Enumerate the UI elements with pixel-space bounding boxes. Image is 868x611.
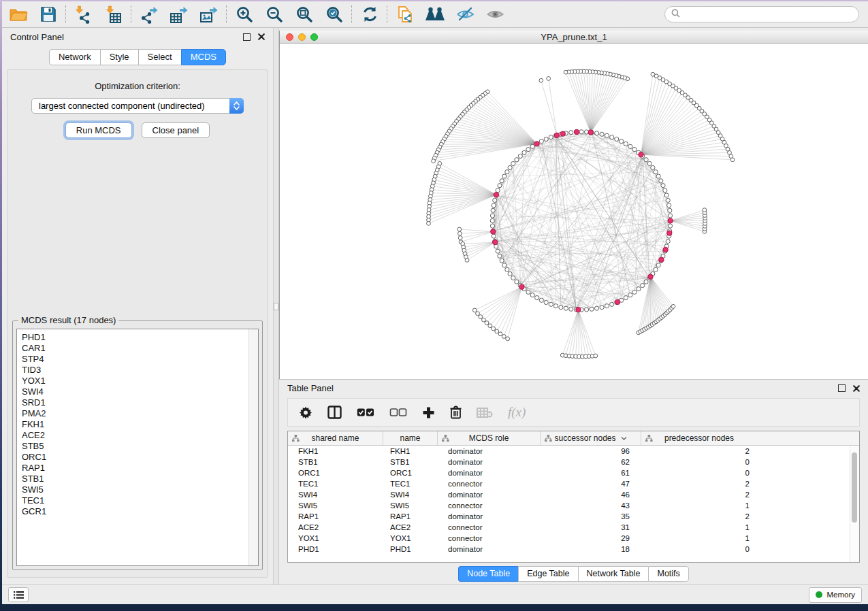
table-scrollbar[interactable] <box>850 446 859 562</box>
table-row[interactable]: FKH1FKH1dominator962 <box>288 446 859 457</box>
open-session-icon[interactable] <box>7 4 29 24</box>
column-header-predecessor-nodes[interactable]: predecessor nodes <box>641 431 757 445</box>
run-mcds-button[interactable]: Run MCDS <box>65 122 132 138</box>
tab-node-table[interactable]: Node Table <box>458 566 518 582</box>
show-columns-icon[interactable] <box>327 406 342 419</box>
result-list-item[interactable]: SRD1 <box>22 397 248 408</box>
export-network-icon[interactable] <box>138 4 160 24</box>
task-history-button[interactable] <box>8 587 29 602</box>
result-list-item[interactable]: PMA2 <box>22 408 248 419</box>
result-list-item[interactable]: YOX1 <box>22 376 248 386</box>
table-cell: 46 <box>541 489 641 500</box>
table-panel-title: Table Panel <box>287 383 334 393</box>
show-all-icon[interactable] <box>484 4 506 24</box>
table-row[interactable]: RAP1RAP1dominator352 <box>288 511 859 522</box>
table-tabs: Node TableEdge TableNetwork TableMotifs <box>279 563 868 584</box>
result-list-item[interactable]: GCR1 <box>22 506 248 517</box>
criterion-select[interactable]: largest connected component (undirected) <box>31 98 244 114</box>
apply-layout-icon[interactable] <box>359 4 381 24</box>
table-row[interactable]: YOX1YOX1connector291 <box>288 533 859 544</box>
select-all-icon[interactable] <box>357 408 374 417</box>
window-minimize-icon[interactable] <box>298 33 306 41</box>
result-list-item[interactable]: STB5 <box>22 441 248 452</box>
network-canvas[interactable] <box>280 44 868 379</box>
search-input[interactable] <box>684 9 852 20</box>
tab-network[interactable]: Network <box>49 49 100 65</box>
result-list-scrollbar[interactable] <box>248 329 258 565</box>
result-list-item[interactable]: SWI5 <box>22 484 248 495</box>
column-header-successor-nodes[interactable]: successor nodes <box>541 431 641 445</box>
export-image-icon[interactable] <box>198 4 220 24</box>
result-list-item[interactable]: FKH1 <box>22 419 248 430</box>
import-network-icon[interactable] <box>73 4 95 24</box>
export-table-icon[interactable] <box>168 4 190 24</box>
deselect-all-icon[interactable] <box>389 408 407 417</box>
table-cell: connector <box>438 533 541 544</box>
table-cell: ACE2 <box>383 522 438 533</box>
divider-handle[interactable] <box>274 303 278 310</box>
result-list-item[interactable]: TID3 <box>22 365 248 376</box>
table-row[interactable]: PHD1PHD1dominator180 <box>288 544 859 555</box>
result-list-item[interactable]: CAR1 <box>22 343 248 354</box>
table-row[interactable]: ORC1ORC1dominator610 <box>288 467 859 478</box>
save-session-icon[interactable] <box>37 4 59 24</box>
table-cell: 18 <box>541 544 641 555</box>
table-cell: 61 <box>541 467 641 478</box>
zoom-selected-icon[interactable] <box>323 4 345 24</box>
add-column-icon[interactable] <box>422 406 435 419</box>
table-row[interactable]: TEC1TEC1connector472 <box>288 478 859 489</box>
tab-edge-table[interactable]: Edge Table <box>518 566 577 582</box>
window-maximize-icon[interactable] <box>310 33 318 41</box>
criterion-selected-value: largest connected component (undirected) <box>39 101 205 111</box>
close-panel-icon[interactable] <box>258 31 265 43</box>
table-row[interactable]: SWI5SWI5connector431 <box>288 500 859 511</box>
result-list-item[interactable]: TEC1 <box>22 495 248 506</box>
search-box[interactable] <box>664 6 859 22</box>
mcds-result-list[interactable]: PHD1CAR1STP4TID3YOX1SWI4SRD1PMA2FKH1ACE2… <box>16 329 259 566</box>
tab-style[interactable]: Style <box>100 49 138 65</box>
tab-motifs[interactable]: Motifs <box>648 566 688 582</box>
table-scrollbar-thumb[interactable] <box>852 452 857 523</box>
result-list-item[interactable]: SWI4 <box>22 386 248 397</box>
table-cell <box>757 457 859 467</box>
panel-divider[interactable] <box>273 28 279 584</box>
import-table-icon[interactable] <box>103 4 125 24</box>
column-header-shared-name[interactable]: shared name <box>288 431 383 445</box>
close-table-panel-icon[interactable] <box>853 382 860 395</box>
column-header-name[interactable]: name <box>383 431 438 445</box>
tab-select[interactable]: Select <box>138 49 181 65</box>
network-graph[interactable] <box>280 44 868 379</box>
table-cell: 96 <box>541 446 641 457</box>
mcds-panel: Optimization criterion: largest connecte… <box>7 69 268 578</box>
zoom-fit-icon[interactable] <box>293 4 315 24</box>
duplicate-network-icon[interactable] <box>394 4 416 24</box>
status-bar: Memory <box>2 584 868 604</box>
tab-mcds[interactable]: MCDS <box>181 49 226 65</box>
float-panel-icon[interactable] <box>243 33 251 41</box>
result-list-item[interactable]: ORC1 <box>22 452 248 463</box>
zoom-in-icon[interactable] <box>234 4 255 24</box>
float-table-panel-icon[interactable] <box>838 384 846 392</box>
zoom-out-icon[interactable] <box>263 4 285 24</box>
close-panel-button[interactable]: Close panel <box>142 122 210 138</box>
result-list-item[interactable]: ACE2 <box>22 430 248 441</box>
result-list-item[interactable]: PHD1 <box>22 332 248 343</box>
table-row[interactable]: STB1STB1dominator620 <box>288 457 859 467</box>
window-close-icon[interactable] <box>286 33 293 41</box>
table-cell: connector <box>438 500 541 511</box>
result-list-item[interactable]: RAP1 <box>22 463 248 474</box>
result-list-item[interactable]: STP4 <box>22 354 248 365</box>
hide-selected-icon[interactable] <box>454 4 476 24</box>
tab-network-table[interactable]: Network Table <box>578 566 649 582</box>
table-row[interactable]: ACE2ACE2connector311 <box>288 522 859 533</box>
table-body: FKH1FKH1dominator962STB1STB1dominator620… <box>288 446 859 555</box>
result-list-item[interactable]: STB1 <box>22 474 248 484</box>
column-header-MCDS-role[interactable]: MCDS role <box>438 431 541 445</box>
table-cell: connector <box>438 478 541 489</box>
table-settings-icon[interactable] <box>299 406 312 419</box>
delete-column-icon[interactable] <box>450 406 462 419</box>
network-window-titlebar[interactable]: YPA_prune.txt_1 <box>280 31 868 44</box>
table-row[interactable]: SWI4SWI4dominator462 <box>288 489 859 500</box>
memory-button[interactable]: Memory <box>809 587 862 603</box>
search-neighbors-icon[interactable] <box>424 4 446 24</box>
